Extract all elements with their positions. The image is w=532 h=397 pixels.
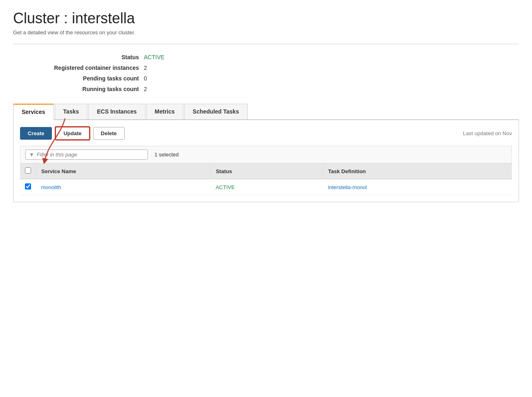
selected-count: 1 selected: [154, 152, 179, 158]
cluster-info: Status ACTIVE Registered container insta…: [13, 54, 519, 92]
table-container: Service Name Status Task Definition mono…: [20, 163, 512, 195]
col-checkbox: [20, 163, 36, 179]
delete-button[interactable]: Delete: [93, 127, 125, 140]
filter-input[interactable]: [37, 152, 144, 158]
row-checkbox-cell[interactable]: [20, 179, 36, 195]
create-button[interactable]: Create: [20, 127, 52, 140]
registered-value: 2: [144, 65, 147, 71]
table-row: monolith ACTIVE interstella-monol: [20, 179, 512, 195]
tab-content-services: Create Update Delete Last updated on Nov…: [13, 120, 519, 202]
running-value: 2: [144, 86, 147, 92]
row-checkbox[interactable]: [25, 183, 31, 190]
status-value: ACTIVE: [144, 54, 165, 60]
tab-metrics[interactable]: Metrics: [146, 104, 183, 119]
col-status: Status: [211, 163, 323, 179]
tab-scheduled-tasks[interactable]: Scheduled Tasks: [184, 104, 248, 119]
services-table: Service Name Status Task Definition mono…: [20, 163, 512, 195]
tab-services[interactable]: Services: [13, 104, 54, 120]
service-status-value: ACTIVE: [216, 184, 235, 190]
table-header-row: Service Name Status Task Definition: [20, 163, 512, 179]
page-subtitle: Get a detailed view of the resources on …: [13, 29, 519, 36]
col-service-name: Service Name: [36, 163, 211, 179]
registered-label: Registered container instances: [13, 65, 144, 71]
header-divider: [13, 44, 519, 44]
service-name-cell: monolith: [36, 179, 211, 195]
task-definition-cell: interstella-monol: [323, 179, 512, 195]
service-name-link[interactable]: monolith: [41, 184, 61, 190]
select-all-checkbox[interactable]: [25, 167, 31, 174]
col-task-definition: Task Definition: [323, 163, 512, 179]
status-label: Status: [13, 54, 144, 60]
pending-value: 0: [144, 75, 147, 82]
status-row: Status ACTIVE: [13, 54, 519, 60]
tabs-bar: Services Tasks ECS Instances Metrics Sch…: [13, 104, 519, 120]
service-status-cell: ACTIVE: [211, 179, 323, 195]
service-toolbar: Create Update Delete Last updated on Nov: [20, 127, 512, 140]
tab-tasks[interactable]: Tasks: [55, 104, 88, 119]
filter-icon: ▼: [29, 152, 34, 158]
page-title: Cluster : interstella: [13, 10, 519, 27]
filter-bar: ▼ 1 selected: [20, 146, 512, 163]
pending-row: Pending tasks count 0: [13, 75, 519, 82]
running-label: Running tasks count: [13, 86, 144, 92]
running-row: Running tasks count 2: [13, 86, 519, 92]
filter-input-wrap[interactable]: ▼: [25, 149, 148, 160]
tab-ecs-instances[interactable]: ECS Instances: [88, 104, 145, 119]
last-updated-text: Last updated on Nov: [463, 130, 512, 136]
task-definition-link[interactable]: interstella-monol: [328, 184, 367, 190]
registered-row: Registered container instances 2: [13, 65, 519, 71]
update-button[interactable]: Update: [55, 127, 89, 140]
pending-label: Pending tasks count: [13, 75, 144, 82]
